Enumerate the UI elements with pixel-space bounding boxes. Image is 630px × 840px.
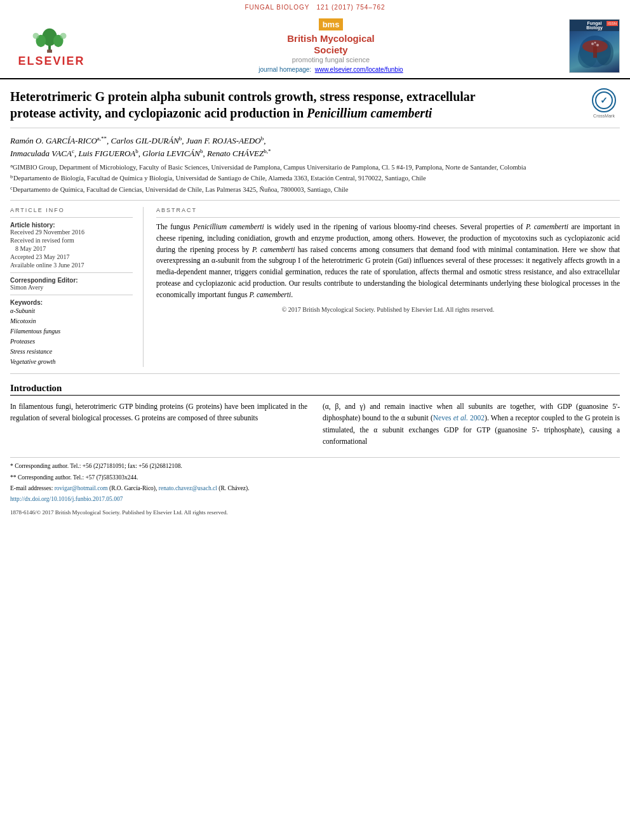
keyword-2: Micotoxin xyxy=(10,316,133,326)
keywords-list: α-Subunit Micotoxin Filamentous fungus P… xyxy=(10,306,133,367)
authors-line: Ramón O. GARCÍA-RICOa,**, Carlos GIL-DUR… xyxy=(10,135,620,160)
paper-body: Heterotrimeric G protein alpha subunit c… xyxy=(0,79,630,517)
abstract-heading: ABSTRACT xyxy=(156,207,620,213)
crossmark-svg: ✓ xyxy=(595,91,613,109)
fb-cover-art xyxy=(570,20,620,73)
abstract-italic-1: Penicillium camemberti xyxy=(193,223,264,230)
affiliation-b: ᵇDepartamento de Biología, Facultad de Q… xyxy=(10,173,620,183)
journal-header: FUNGAL BIOLOGY 121 (2017) 754–762 xyxy=(0,0,630,13)
journal-homepage-label: journal homepage: xyxy=(258,66,311,73)
affiliation-a: ᵃGIMBIO Group, Department of Microbiolog… xyxy=(10,163,620,173)
keyword-1: α-Subunit xyxy=(10,306,133,316)
bms-badge: bms xyxy=(319,18,344,30)
svg-point-12 xyxy=(591,43,594,45)
introduction-section: Introduction In filamentous fungi, heter… xyxy=(10,374,620,448)
abstract-text: The fungus Penicillium camemberti is wid… xyxy=(156,222,620,301)
bms-logo-area: bms xyxy=(319,18,344,30)
paper-title-italic: Penicillium camemberti xyxy=(307,106,432,120)
affiliations: ᵃGIMBIO Group, Department of Microbiolog… xyxy=(10,163,620,195)
journal-name: FUNGAL BIOLOGY xyxy=(245,4,309,11)
authors-section: Ramón O. GARCÍA-RICOa,**, Carlos GIL-DUR… xyxy=(10,128,620,201)
journal-homepage: journal homepage: www.elsevier.com/locat… xyxy=(258,66,403,73)
keywords-label: Keywords: xyxy=(10,299,133,306)
bms-title: British Mycological Society xyxy=(287,33,375,56)
fb-badge: ISSN xyxy=(607,21,618,26)
email-link-2[interactable]: renato.chavez@usach.cl xyxy=(159,485,217,491)
keyword-6: Vegetative growth xyxy=(10,357,133,367)
elsevier-text: ELSEVIER xyxy=(18,55,84,68)
author5-name: , Luis FIGUEROA xyxy=(74,149,135,158)
affiliation-c: ᶜDepartamento de Química, Facultad de Ci… xyxy=(10,185,620,195)
intro-col-2: (α, β, and γ) and remain inactive when a… xyxy=(323,401,620,448)
bms-center: bms British Mycological Society promotin… xyxy=(93,18,569,73)
article-info-abstract: ARTICLE INFO Article history: Received 2… xyxy=(10,201,620,374)
fungal-biology-cover: FungalBiology ISSN xyxy=(569,19,620,73)
author3-name: , Juan F. ROJAS-AEDO xyxy=(182,136,260,145)
bms-subtitle: promoting fungal science xyxy=(292,56,370,63)
crossmark-icon[interactable]: ✓ xyxy=(592,88,616,112)
abstract-divider xyxy=(156,217,620,218)
neves-ref-link[interactable]: Neves et al. 2002 xyxy=(433,414,485,422)
author1-name: Ramón O. GARCÍA-RICO xyxy=(10,136,97,145)
bms-title-line1: British Mycological xyxy=(287,33,375,44)
svg-text:✓: ✓ xyxy=(600,95,608,105)
journal-volume: 121 (2017) 754–762 xyxy=(317,4,385,11)
svg-point-13 xyxy=(596,44,599,46)
abstract-italic-3: P. camemberti xyxy=(252,246,295,253)
received-revised-label: Received in revised form xyxy=(10,237,133,244)
footnote-star2: ** Corresponding author. Tel.: +57 (7)58… xyxy=(10,473,620,483)
bms-title-line2: Society xyxy=(314,44,347,55)
article-info-heading: ARTICLE INFO xyxy=(10,207,133,213)
available-online: Available online 3 June 2017 xyxy=(10,262,133,269)
author4-name: Inmaculada VACA xyxy=(10,149,72,158)
info-divider-2 xyxy=(10,272,133,273)
introduction-heading: Introduction xyxy=(10,383,620,396)
info-divider-3 xyxy=(10,295,133,295)
title-section: Heterotrimeric G protein alpha subunit c… xyxy=(10,79,620,128)
author6-name: , Gloria LEVICÁN xyxy=(138,149,200,158)
author1-sup: a,** xyxy=(97,135,107,142)
keyword-3: Filamentous fungus xyxy=(10,326,133,337)
crossmark[interactable]: ✓ CrossMark xyxy=(588,88,620,118)
elsevier-tree-icon xyxy=(17,23,86,53)
footnote-email: E-mail addresses: rovigar@hotmail.com (R… xyxy=(10,484,620,493)
doi-link[interactable]: http://dx.doi.org/10.1016/j.funbio.2017.… xyxy=(10,496,123,502)
author7-name: , Renato CHÁVEZ xyxy=(203,149,264,158)
author2-name: , Carlos GIL-DURÁN xyxy=(107,136,179,145)
email-link-1[interactable]: rovigar@hotmail.com xyxy=(55,485,108,491)
received-revised-date: 8 May 2017 xyxy=(10,245,133,252)
footnotes-section: * Corresponding author. Tel.: +56 (2)271… xyxy=(10,457,620,517)
svg-rect-4 xyxy=(47,50,52,53)
footnote-doi: http://dx.doi.org/10.1016/j.funbio.2017.… xyxy=(10,495,620,504)
footnote-star1: * Corresponding author. Tel.: +56 (2)271… xyxy=(10,462,620,471)
svg-point-6 xyxy=(60,33,67,39)
keyword-4: Proteases xyxy=(10,337,133,347)
accepted-date: Accepted 23 May 2017 xyxy=(10,253,133,260)
abstract-copyright: © 2017 British Mycological Society. Publ… xyxy=(156,306,620,313)
keyword-5: Stress resistance xyxy=(10,347,133,357)
author7-sup: b,* xyxy=(264,148,271,154)
received-date: Received 29 November 2016 xyxy=(10,229,133,236)
issn-line: 1878-6146/© 2017 British Mycological Soc… xyxy=(10,508,620,517)
intro-col-1: In filamentous fungi, heterotrimeric GTP… xyxy=(10,401,307,448)
intro-two-col: In filamentous fungi, heterotrimeric GTP… xyxy=(10,401,620,448)
logos-row: ELSEVIER bms British Mycological Society… xyxy=(0,13,630,79)
history-label: Article history: xyxy=(10,222,133,229)
abstract-col: ABSTRACT The fungus Penicillium camember… xyxy=(156,207,620,367)
corr-editor-name: Simon Avery xyxy=(10,284,133,291)
elsevier-logo: ELSEVIER xyxy=(10,23,93,68)
paper-title: Heterotrimeric G protein alpha subunit c… xyxy=(10,88,506,121)
svg-rect-11 xyxy=(593,46,597,58)
article-info: ARTICLE INFO Article history: Received 2… xyxy=(10,207,144,367)
crossmark-label: CrossMark xyxy=(593,114,615,118)
svg-point-5 xyxy=(33,33,39,39)
abstract-italic-4: P. camemberti xyxy=(250,291,292,298)
info-divider-1 xyxy=(10,217,133,218)
corr-editor-label: Corresponding Editor: xyxy=(10,277,133,284)
svg-point-14 xyxy=(594,41,596,43)
abstract-italic-2: P. camemberti xyxy=(526,223,568,230)
journal-homepage-url[interactable]: www.elsevier.com/locate/funbio xyxy=(315,66,403,73)
